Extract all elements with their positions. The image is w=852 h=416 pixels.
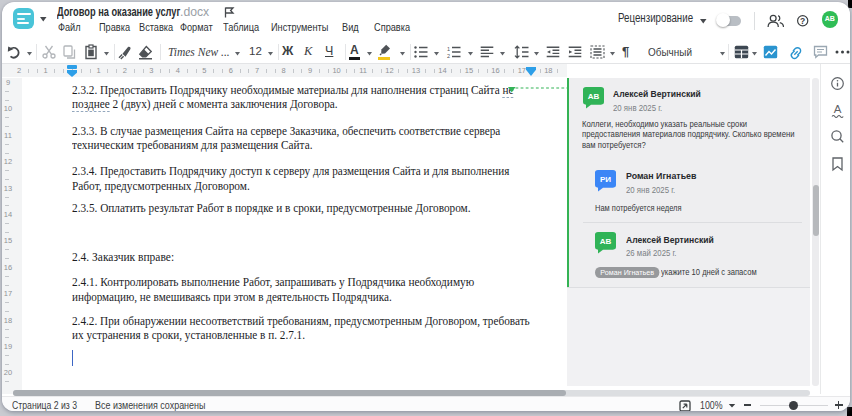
svg-text:АВ: АВ (588, 92, 600, 101)
svg-text:A: A (834, 103, 842, 115)
svg-text:?: ? (800, 16, 805, 26)
svg-text:АВ: АВ (600, 237, 612, 246)
svg-text:РИ: РИ (600, 175, 611, 184)
